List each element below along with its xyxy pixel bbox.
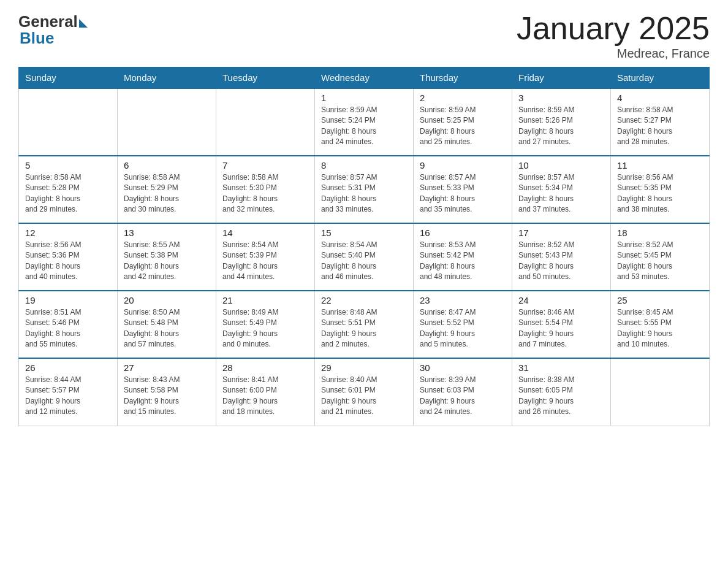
calendar-cell: 19Sunrise: 8:51 AM Sunset: 5:46 PM Dayli… [19,291,118,358]
day-info: Sunrise: 8:49 AM Sunset: 5:49 PM Dayligh… [222,307,308,350]
calendar-cell: 13Sunrise: 8:55 AM Sunset: 5:38 PM Dayli… [118,223,216,291]
day-header-friday: Friday [512,67,611,89]
calendar-cell: 16Sunrise: 8:53 AM Sunset: 5:42 PM Dayli… [414,223,512,291]
day-info: Sunrise: 8:44 AM Sunset: 5:57 PM Dayligh… [25,375,111,418]
day-header-sunday: Sunday [19,67,118,89]
calendar-cell: 7Sunrise: 8:58 AM Sunset: 5:30 PM Daylig… [216,156,315,223]
day-header-monday: Monday [118,67,216,89]
calendar-cell: 26Sunrise: 8:44 AM Sunset: 5:57 PM Dayli… [19,358,118,426]
logo: General Blue [18,12,88,48]
day-info: Sunrise: 8:53 AM Sunset: 5:42 PM Dayligh… [420,240,506,283]
calendar-header-row: SundayMondayTuesdayWednesdayThursdayFrid… [19,67,710,89]
calendar-cell [611,358,710,426]
logo-arrow-icon [79,19,88,28]
calendar-cell [19,88,118,156]
calendar-cell: 27Sunrise: 8:43 AM Sunset: 5:58 PM Dayli… [118,358,216,426]
day-number: 1 [321,93,407,103]
day-number: 8 [321,160,407,170]
day-info: Sunrise: 8:57 AM Sunset: 5:33 PM Dayligh… [420,172,506,215]
calendar-week-row: 12Sunrise: 8:56 AM Sunset: 5:36 PM Dayli… [19,223,710,291]
calendar-cell: 18Sunrise: 8:52 AM Sunset: 5:45 PM Dayli… [611,223,710,291]
calendar-cell: 12Sunrise: 8:56 AM Sunset: 5:36 PM Dayli… [19,223,118,291]
calendar-cell: 10Sunrise: 8:57 AM Sunset: 5:34 PM Dayli… [512,156,611,223]
day-info: Sunrise: 8:47 AM Sunset: 5:52 PM Dayligh… [420,307,506,350]
day-info: Sunrise: 8:52 AM Sunset: 5:43 PM Dayligh… [518,240,604,283]
day-number: 3 [518,93,604,103]
calendar-cell: 25Sunrise: 8:45 AM Sunset: 5:55 PM Dayli… [611,291,710,358]
day-number: 11 [617,160,703,170]
calendar-cell: 22Sunrise: 8:48 AM Sunset: 5:51 PM Dayli… [315,291,414,358]
calendar-cell: 14Sunrise: 8:54 AM Sunset: 5:39 PM Dayli… [216,223,315,291]
day-number: 7 [222,160,308,170]
calendar-cell: 2Sunrise: 8:59 AM Sunset: 5:25 PM Daylig… [414,88,512,156]
day-number: 25 [617,295,703,305]
day-info: Sunrise: 8:45 AM Sunset: 5:55 PM Dayligh… [617,307,703,350]
calendar-cell: 3Sunrise: 8:59 AM Sunset: 5:26 PM Daylig… [512,88,611,156]
location: Medreac, France [517,47,710,61]
day-number: 20 [124,295,210,305]
day-info: Sunrise: 8:56 AM Sunset: 5:35 PM Dayligh… [617,172,703,215]
calendar-week-row: 1Sunrise: 8:59 AM Sunset: 5:24 PM Daylig… [19,88,710,156]
day-info: Sunrise: 8:57 AM Sunset: 5:34 PM Dayligh… [518,172,604,215]
day-number: 22 [321,295,407,305]
day-info: Sunrise: 8:55 AM Sunset: 5:38 PM Dayligh… [124,240,210,283]
calendar-table: SundayMondayTuesdayWednesdayThursdayFrid… [18,67,710,426]
day-header-thursday: Thursday [414,67,512,89]
calendar-cell: 4Sunrise: 8:58 AM Sunset: 5:27 PM Daylig… [611,88,710,156]
day-number: 14 [222,228,308,238]
calendar-week-row: 5Sunrise: 8:58 AM Sunset: 5:28 PM Daylig… [19,156,710,223]
day-info: Sunrise: 8:50 AM Sunset: 5:48 PM Dayligh… [124,307,210,350]
day-number: 10 [518,160,604,170]
calendar-cell: 21Sunrise: 8:49 AM Sunset: 5:49 PM Dayli… [216,291,315,358]
day-number: 9 [420,160,506,170]
calendar-cell: 29Sunrise: 8:40 AM Sunset: 6:01 PM Dayli… [315,358,414,426]
day-number: 18 [617,228,703,238]
day-info: Sunrise: 8:58 AM Sunset: 5:28 PM Dayligh… [25,172,111,215]
day-info: Sunrise: 8:59 AM Sunset: 5:26 PM Dayligh… [518,105,604,148]
day-number: 17 [518,228,604,238]
day-info: Sunrise: 8:58 AM Sunset: 5:27 PM Dayligh… [617,105,703,148]
day-number: 4 [617,93,703,103]
day-number: 21 [222,295,308,305]
calendar-cell [216,88,315,156]
day-number: 15 [321,228,407,238]
day-number: 30 [420,362,506,373]
day-info: Sunrise: 8:41 AM Sunset: 6:00 PM Dayligh… [222,375,308,418]
calendar-cell: 17Sunrise: 8:52 AM Sunset: 5:43 PM Dayli… [512,223,611,291]
calendar-cell [118,88,216,156]
title-section: January 2025 Medreac, France [517,12,710,61]
day-info: Sunrise: 8:56 AM Sunset: 5:36 PM Dayligh… [25,240,111,283]
calendar-week-row: 19Sunrise: 8:51 AM Sunset: 5:46 PM Dayli… [19,291,710,358]
day-number: 29 [321,362,407,373]
day-number: 28 [222,362,308,373]
day-number: 24 [518,295,604,305]
day-number: 16 [420,228,506,238]
day-info: Sunrise: 8:43 AM Sunset: 5:58 PM Dayligh… [124,375,210,418]
day-info: Sunrise: 8:54 AM Sunset: 5:40 PM Dayligh… [321,240,407,283]
day-info: Sunrise: 8:54 AM Sunset: 5:39 PM Dayligh… [222,240,308,283]
day-header-saturday: Saturday [611,67,710,89]
calendar-cell: 11Sunrise: 8:56 AM Sunset: 5:35 PM Dayli… [611,156,710,223]
day-info: Sunrise: 8:48 AM Sunset: 5:51 PM Dayligh… [321,307,407,350]
calendar-cell: 23Sunrise: 8:47 AM Sunset: 5:52 PM Dayli… [414,291,512,358]
day-info: Sunrise: 8:40 AM Sunset: 6:01 PM Dayligh… [321,375,407,418]
day-number: 23 [420,295,506,305]
calendar-cell: 8Sunrise: 8:57 AM Sunset: 5:31 PM Daylig… [315,156,414,223]
day-number: 27 [124,362,210,373]
day-info: Sunrise: 8:57 AM Sunset: 5:31 PM Dayligh… [321,172,407,215]
day-number: 5 [25,160,111,170]
day-header-wednesday: Wednesday [315,67,414,89]
calendar-cell: 5Sunrise: 8:58 AM Sunset: 5:28 PM Daylig… [19,156,118,223]
calendar-cell: 1Sunrise: 8:59 AM Sunset: 5:24 PM Daylig… [315,88,414,156]
day-number: 19 [25,295,111,305]
calendar-cell: 30Sunrise: 8:39 AM Sunset: 6:03 PM Dayli… [414,358,512,426]
calendar-cell: 15Sunrise: 8:54 AM Sunset: 5:40 PM Dayli… [315,223,414,291]
day-info: Sunrise: 8:52 AM Sunset: 5:45 PM Dayligh… [617,240,703,283]
day-number: 12 [25,228,111,238]
day-info: Sunrise: 8:59 AM Sunset: 5:24 PM Dayligh… [321,105,407,148]
month-title: January 2025 [517,12,710,44]
calendar-week-row: 26Sunrise: 8:44 AM Sunset: 5:57 PM Dayli… [19,358,710,426]
calendar-cell: 24Sunrise: 8:46 AM Sunset: 5:54 PM Dayli… [512,291,611,358]
logo-blue-text: Blue [20,29,54,48]
day-info: Sunrise: 8:39 AM Sunset: 6:03 PM Dayligh… [420,375,506,418]
